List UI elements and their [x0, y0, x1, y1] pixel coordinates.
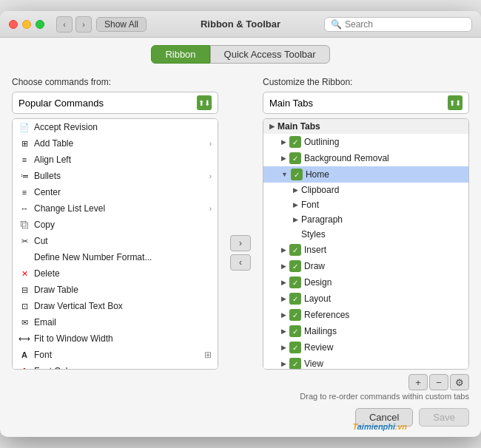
list-item-label: Delete — [34, 268, 60, 279]
back-button[interactable]: ‹ — [56, 16, 73, 33]
font-expand-icon: ⊞ — [204, 350, 212, 360]
list-item[interactable]: ⊡ Draw Vertical Text Box — [13, 298, 218, 314]
list-item-label: Define New Number Format... — [34, 252, 152, 262]
close-button[interactable] — [9, 20, 18, 29]
list-item-label: Center — [34, 187, 61, 197]
ribbon-controls: + − ⚙ — [408, 374, 469, 390]
accept-revision-icon: 📄 — [18, 121, 30, 133]
list-item[interactable]: ⊞ Add Table › — [13, 135, 218, 152]
expand-icon: ▶ — [293, 216, 298, 223]
left-commands-list[interactable]: 📄 Accept Revision ⊞ Add Table › ≡ Align … — [12, 118, 218, 370]
right-item-label: Styles — [301, 229, 326, 240]
list-item-label: Font Color — [34, 366, 75, 370]
show-all-button[interactable]: Show All — [96, 17, 147, 32]
remove-tab-button[interactable]: − — [429, 374, 448, 390]
right-item-insert[interactable]: ▶ ✓ Insert — [263, 242, 468, 258]
list-item[interactable]: ✕ Delete — [13, 265, 218, 282]
submenu-arrow-icon: › — [209, 205, 212, 213]
right-item-label: Insert — [304, 245, 326, 255]
copy-icon: ⿻ — [18, 219, 30, 231]
list-item[interactable]: ⿻ Copy — [13, 217, 218, 233]
right-item-review[interactable]: ▶ ✓ Review — [263, 339, 468, 356]
right-item-design[interactable]: ▶ ✓ Design — [263, 274, 468, 291]
define-number-icon — [18, 251, 30, 263]
check-icon: ✓ — [289, 358, 301, 370]
expand-icon: ▼ — [281, 171, 288, 178]
expand-icon: ▶ — [281, 295, 286, 302]
list-item[interactable]: ≡ Align Left — [13, 152, 218, 168]
right-item-outlining[interactable]: ▶ ✓ Outlining — [263, 134, 468, 150]
right-item-paragraph[interactable]: ▶ Paragraph — [263, 212, 468, 227]
left-panel: Choose commands from: Popular Commands ⬆… — [12, 77, 218, 370]
right-item-label: Paragraph — [301, 214, 343, 225]
list-item[interactable]: ✉ Email — [13, 314, 218, 330]
maximize-button[interactable] — [36, 20, 44, 29]
font-icon: A — [18, 349, 30, 361]
forward-button[interactable]: › — [75, 16, 92, 33]
right-panel: Customize the Ribbon: Main Tabs ⬆⬇ ▶ Mai… — [263, 77, 469, 370]
list-item[interactable]: Define New Number Format... — [13, 249, 218, 265]
center-icon: ≡ — [18, 186, 30, 198]
list-item-label: Align Left — [34, 155, 71, 165]
check-icon: ✓ — [289, 342, 301, 353]
right-item-references[interactable]: ▶ ✓ References — [263, 307, 468, 323]
left-panel-dropdown[interactable]: Popular Commands ⬆⬇ — [12, 92, 218, 114]
left-dropdown-arrow-icon: ⬆⬇ — [197, 95, 212, 110]
list-item[interactable]: ≡ Center — [13, 184, 218, 200]
expand-icon: ▶ — [281, 155, 286, 162]
list-item[interactable]: ≔ Bullets › — [13, 168, 218, 184]
list-item[interactable]: A Font Color › — [13, 363, 218, 370]
font-color-icon: A — [18, 365, 30, 370]
right-item-label: Design — [304, 277, 332, 288]
right-item-label: Main Tabs — [278, 121, 320, 132]
search-box[interactable]: 🔍 — [324, 17, 472, 32]
right-item-styles[interactable]: ▶ Styles — [263, 227, 468, 242]
check-icon: ✓ — [289, 276, 301, 288]
right-item-mailings[interactable]: ▶ ✓ Mailings — [263, 323, 468, 339]
expand-icon: ▶ — [281, 138, 286, 146]
minimize-button[interactable] — [22, 20, 31, 29]
add-to-ribbon-button[interactable]: › — [230, 235, 251, 251]
expand-icon: ▶ — [281, 311, 286, 319]
list-item[interactable]: ⊟ Draw Table — [13, 282, 218, 298]
cut-icon: ✂ — [18, 235, 30, 247]
list-item[interactable]: ↔ Change List Level › — [13, 200, 218, 217]
add-tab-button[interactable]: + — [408, 374, 428, 390]
list-item[interactable]: ✂ Cut — [13, 233, 218, 249]
list-item[interactable]: A Font ⊞ — [13, 347, 218, 363]
right-item-main-tabs[interactable]: ▶ Main Tabs — [263, 119, 468, 134]
settings-button[interactable]: ⚙ — [450, 374, 469, 390]
right-panel-dropdown[interactable]: Main Tabs ⬆⬇ — [263, 92, 469, 114]
right-item-draw[interactable]: ▶ ✓ Draw — [263, 258, 468, 274]
tab-quick-access[interactable]: Quick Access Toolbar — [210, 45, 330, 64]
right-ribbon-list[interactable]: ▶ Main Tabs ▶ ✓ Outlining ▶ ✓ Background… — [263, 118, 469, 370]
submenu-arrow-icon: › — [209, 140, 212, 148]
fit-window-icon: ⟷ — [18, 333, 30, 345]
save-button[interactable]: Save — [419, 408, 469, 427]
list-item-label: Fit to Window Width — [34, 333, 113, 344]
expand-icon: ▶ — [281, 344, 286, 351]
right-item-layout[interactable]: ▶ ✓ Layout — [263, 291, 468, 307]
remove-from-ribbon-button[interactable]: ‹ — [230, 254, 251, 271]
bullets-icon: ≔ — [18, 170, 30, 182]
right-dropdown-arrow-icon: ⬆⬇ — [448, 95, 462, 110]
right-item-home[interactable]: ▼ ✓ Home — [263, 166, 468, 183]
right-item-view[interactable]: ▶ ✓ View — [263, 356, 468, 370]
tab-ribbon[interactable]: Ribbon — [151, 45, 209, 64]
check-icon: ✓ — [289, 260, 301, 272]
right-item-label: Draw — [304, 261, 325, 271]
traffic-lights — [9, 20, 44, 29]
list-item[interactable]: 📄 Accept Revision — [13, 119, 218, 135]
list-item[interactable]: ⟷ Fit to Window Width — [13, 330, 218, 347]
right-item-font[interactable]: ▶ Font — [263, 197, 468, 212]
submenu-arrow-icon: › — [209, 172, 212, 180]
left-panel-label: Choose commands from: — [12, 77, 218, 87]
expand-icon: ▶ — [293, 186, 298, 194]
search-input[interactable] — [345, 19, 465, 30]
watermark: Taimienphi.vn — [352, 422, 407, 431]
right-item-background-removal[interactable]: ▶ ✓ Background Removal — [263, 150, 468, 166]
right-item-label: Font — [301, 200, 319, 210]
right-dropdown-value: Main Tabs — [269, 98, 448, 109]
right-item-clipboard[interactable]: ▶ Clipboard — [263, 183, 468, 197]
search-icon: 🔍 — [331, 19, 342, 30]
